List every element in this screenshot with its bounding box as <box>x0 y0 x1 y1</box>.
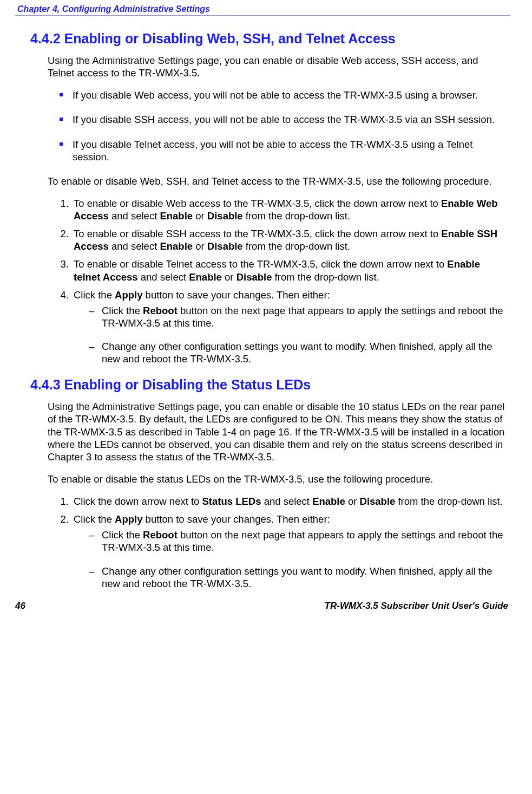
step-2: Click the Apply button to save your chan… <box>71 513 505 590</box>
dash-item: Click the Reboot button on the next page… <box>89 529 505 554</box>
bold-text: Apply <box>115 289 142 301</box>
text: or <box>193 240 207 252</box>
bold-text: Apply <box>115 513 142 525</box>
text: or <box>193 210 207 222</box>
intro-443: Using the Administrative Settings page, … <box>48 400 505 463</box>
bullet-list-442: If you disable Web access, you will not … <box>48 89 505 163</box>
dash-list: Click the Reboot button on the next page… <box>74 529 505 590</box>
text: from the drop-down list. <box>272 271 379 283</box>
text: Click the down arrow next to <box>74 496 202 507</box>
doc-title: TR-WMX-3.5 Subscriber Unit User's Guide <box>325 601 508 611</box>
step-1: To enable or disable Web access to the T… <box>71 197 505 222</box>
bullet-item: If you disable SSH access, you will not … <box>60 113 505 126</box>
text: button to save your changes. Then either… <box>142 513 330 525</box>
text: from the drop-down list. <box>395 496 502 507</box>
bold-text: Status LEDs <box>202 496 261 507</box>
text: and select <box>109 240 160 252</box>
page-footer: 46 TR-WMX-3.5 Subscriber Unit User's Gui… <box>15 601 510 611</box>
text: Click the <box>74 289 115 301</box>
step-4: Click the Apply button to save your chan… <box>71 289 505 366</box>
bold-text: Disable <box>237 271 272 283</box>
text: To enable or disable Web access to the T… <box>74 198 441 209</box>
step-3: To enable or disable Telnet access to th… <box>71 258 505 283</box>
intro-442: Using the Administrative Settings page, … <box>48 54 505 79</box>
bold-text: Enable <box>160 210 193 222</box>
text: or <box>345 496 360 507</box>
text: Click the <box>102 529 143 541</box>
step-1: Click the down arrow next to Status LEDs… <box>71 495 505 507</box>
section-heading-442: 4.4.2 Enabling or Disabling Web, SSH, an… <box>15 31 510 47</box>
text: and select <box>109 210 160 222</box>
text: from the drop-down list. <box>243 240 350 252</box>
bold-text: Enable <box>160 240 193 252</box>
lead-443: To enable or disable the status LEDs on … <box>48 473 505 485</box>
bold-text: Disable <box>207 210 243 222</box>
chapter-header: Chapter 4, Configuring Administrative Se… <box>15 4 510 14</box>
bullet-item: If you disable Telnet access, you will n… <box>60 138 505 163</box>
text: Click the <box>102 305 143 316</box>
bold-text: Reboot <box>143 305 178 316</box>
text: or <box>222 271 237 283</box>
bullet-item: If you disable Web access, you will not … <box>60 89 505 101</box>
page-number: 46 <box>15 601 25 611</box>
dash-item: Click the Reboot button on the next page… <box>89 304 505 329</box>
lead-442: To enable or disable Web, SSH, and Telne… <box>48 175 505 187</box>
bold-text: Disable <box>360 496 396 507</box>
dash-list: Click the Reboot button on the next page… <box>74 304 505 366</box>
text: To enable or disable SSH access to the T… <box>74 228 441 239</box>
bold-text: Reboot <box>143 529 178 541</box>
bold-text: Enable <box>189 271 222 283</box>
header-rule <box>15 15 510 16</box>
step-2: To enable or disable SSH access to the T… <box>71 227 505 252</box>
text: button to save your changes. Then either… <box>142 289 330 301</box>
numbered-list-442: To enable or disable Web access to the T… <box>48 197 505 365</box>
text: and select <box>261 496 313 507</box>
bold-text: Enable <box>312 496 345 507</box>
bold-text: Disable <box>207 240 243 252</box>
text: and select <box>138 271 189 283</box>
text: To enable or disable Telnet access to th… <box>74 258 447 270</box>
numbered-list-443: Click the down arrow next to Status LEDs… <box>48 495 505 590</box>
text: from the drop-down list. <box>243 210 350 222</box>
section-heading-443: 4.4.3 Enabling or Disabling the Status L… <box>15 377 510 393</box>
dash-item: Change any other configuration settings … <box>89 340 505 365</box>
text: Click the <box>74 513 115 525</box>
dash-item: Change any other configuration settings … <box>89 565 505 590</box>
